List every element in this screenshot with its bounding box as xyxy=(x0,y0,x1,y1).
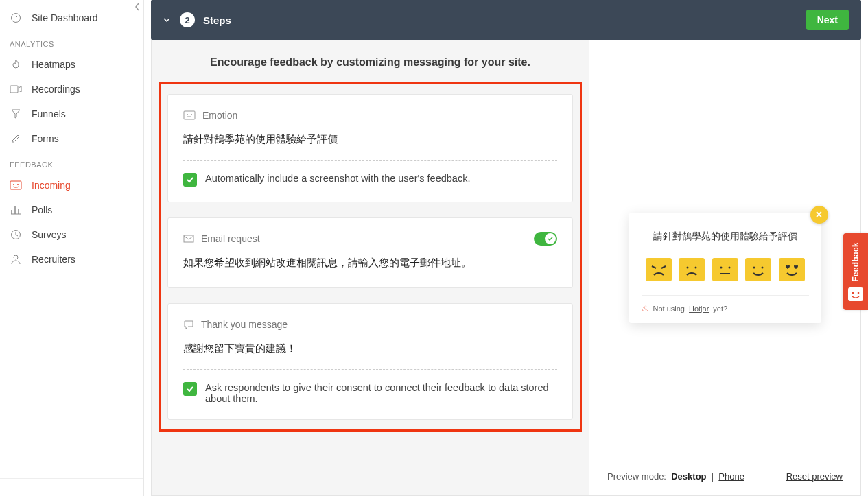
svg-point-3 xyxy=(13,184,14,185)
hotjar-flame-icon: ♨ xyxy=(642,304,649,314)
mode-phone[interactable]: Phone xyxy=(718,471,744,482)
nav-forms[interactable]: Forms xyxy=(0,126,143,151)
inbox-face-icon xyxy=(10,180,22,190)
emoji-happy[interactable] xyxy=(745,258,771,281)
highlight-frame: Emotion 請針對鵠學苑的使用體驗給予評價 Automatically in… xyxy=(159,82,582,432)
nav-incoming[interactable]: Incoming xyxy=(0,173,143,198)
svg-point-8 xyxy=(187,114,188,115)
svg-point-18 xyxy=(858,292,860,294)
emoji-sad[interactable] xyxy=(679,258,705,281)
reset-preview-link[interactable]: Reset preview xyxy=(786,471,843,482)
emoji-angry[interactable] xyxy=(646,258,672,281)
mode-label: Preview mode: xyxy=(607,471,666,482)
video-icon xyxy=(10,85,22,93)
preview-mode-bar: Preview mode: Desktop | Phone Reset prev… xyxy=(589,471,860,482)
card-body[interactable]: 如果您希望收到網站改進相關訊息，請輸入您的電子郵件地址。 xyxy=(183,257,557,272)
step-number: 2 xyxy=(180,12,195,27)
next-button[interactable]: Next xyxy=(806,10,849,30)
svg-point-12 xyxy=(695,266,697,268)
section-analytics: ANALYTICS xyxy=(0,30,143,52)
clock-icon xyxy=(10,229,22,240)
svg-point-11 xyxy=(687,266,689,268)
sidebar: Site Dashboard ANALYTICS Heatmaps Record… xyxy=(0,0,144,496)
nav-label: Site Dashboard xyxy=(32,12,98,23)
nav-label: Heatmaps xyxy=(32,59,75,70)
nav-label: Polls xyxy=(32,204,52,215)
nav-surveys[interactable]: Surveys xyxy=(0,222,143,247)
close-icon[interactable]: × xyxy=(810,206,828,224)
toggle-email[interactable] xyxy=(534,232,557,246)
nav-label: Recruiters xyxy=(32,254,75,265)
card-email: Email request 如果您希望收到網站改進相關訊息，請輸入您的電子郵件地… xyxy=(167,217,573,288)
speech-icon xyxy=(183,320,194,329)
feedback-face-icon xyxy=(848,287,863,301)
nav-heatmaps[interactable]: Heatmaps xyxy=(0,52,143,77)
preview-title: 請針對鵠學苑的使用體驗給予評價 xyxy=(642,231,809,243)
nav-funnels[interactable]: Funnels xyxy=(0,102,143,126)
nav-recruiters[interactable]: Recruiters xyxy=(0,247,143,272)
main: 2 Steps Next Encourage feedback by custo… xyxy=(144,0,868,496)
foot-post: yet? xyxy=(713,305,727,313)
svg-point-16 xyxy=(762,266,764,268)
checkbox-label: Automatically include a screenshot with … xyxy=(205,173,470,184)
content: Encourage feedback by customizing messag… xyxy=(151,40,861,496)
intro-text: Encourage feedback by customizing messag… xyxy=(152,56,589,69)
svg-point-4 xyxy=(17,184,19,185)
checkbox-label: Ask respondents to give their consent to… xyxy=(205,382,557,404)
bar-chart-icon xyxy=(10,205,22,215)
svg-rect-7 xyxy=(184,111,195,119)
card-body[interactable]: 感謝您留下寶貴的建議！ xyxy=(183,342,557,368)
nav-label: Funnels xyxy=(32,108,66,119)
svg-point-9 xyxy=(191,114,192,115)
mail-icon xyxy=(183,235,194,243)
emoji-neutral[interactable] xyxy=(712,258,738,281)
section-feedback: FEEDBACK xyxy=(0,151,143,173)
hotjar-link[interactable]: Hotjar xyxy=(689,305,709,313)
checkbox-screenshot[interactable] xyxy=(183,173,197,187)
svg-rect-2 xyxy=(10,181,21,189)
card-body[interactable]: 請針對鵠學苑的使用體驗給予評價 xyxy=(183,133,557,158)
nav-label: Incoming xyxy=(32,180,71,191)
card-label: Thank you message xyxy=(201,319,288,330)
svg-rect-1 xyxy=(10,86,18,93)
step-title: Steps xyxy=(203,14,231,26)
foot-pre: Not using xyxy=(653,305,685,313)
nav-label: Recordings xyxy=(32,84,80,95)
emoji-love[interactable] xyxy=(779,258,805,281)
nav-polls[interactable]: Polls xyxy=(0,198,143,222)
feedback-tab-label: Feedback xyxy=(851,242,860,282)
feedback-side-tab[interactable]: Feedback xyxy=(843,233,868,310)
person-icon xyxy=(10,254,22,265)
svg-rect-10 xyxy=(184,235,193,242)
funnel-icon xyxy=(10,108,22,119)
pencil-icon xyxy=(10,133,22,144)
preview-panel: × 請針對鵠學苑的使用體驗給予評價 ♨ Not using Hotjar yet… xyxy=(589,40,860,495)
checkbox-consent[interactable] xyxy=(183,382,197,396)
nav-label: Surveys xyxy=(32,229,67,240)
card-emotion: Emotion 請針對鵠學苑的使用體驗給予評價 Automatically in… xyxy=(167,94,573,202)
preview-widget: × 請針對鵠學苑的使用體驗給予評價 ♨ Not using Hotjar yet… xyxy=(629,213,821,323)
config-panel: Encourage feedback by customizing messag… xyxy=(152,40,589,495)
mode-desktop[interactable]: Desktop xyxy=(671,471,706,482)
svg-point-17 xyxy=(852,292,854,294)
svg-point-13 xyxy=(720,266,722,268)
card-label: Emotion xyxy=(202,110,237,121)
nav-label: Forms xyxy=(32,133,59,144)
gauge-icon xyxy=(10,12,22,23)
sidebar-collapse-button[interactable] xyxy=(130,0,144,14)
flame-icon xyxy=(10,59,22,70)
caret-down-icon[interactable] xyxy=(163,18,170,22)
nav-recordings[interactable]: Recordings xyxy=(0,77,143,102)
emoji-row xyxy=(642,258,809,295)
card-thanks: Thank you message 感謝您留下寶貴的建議！ Ask respon… xyxy=(167,303,573,420)
sidebar-footer xyxy=(0,478,143,496)
svg-point-15 xyxy=(753,266,755,268)
separator: | xyxy=(709,471,718,482)
svg-point-14 xyxy=(728,266,730,268)
svg-point-6 xyxy=(14,255,18,259)
preview-footer-text: ♨ Not using Hotjar yet? xyxy=(642,295,809,314)
card-label: Email request xyxy=(201,233,260,244)
step-header: 2 Steps Next xyxy=(151,0,861,40)
nav-site-dashboard[interactable]: Site Dashboard xyxy=(0,5,143,30)
emotion-icon xyxy=(183,110,196,120)
